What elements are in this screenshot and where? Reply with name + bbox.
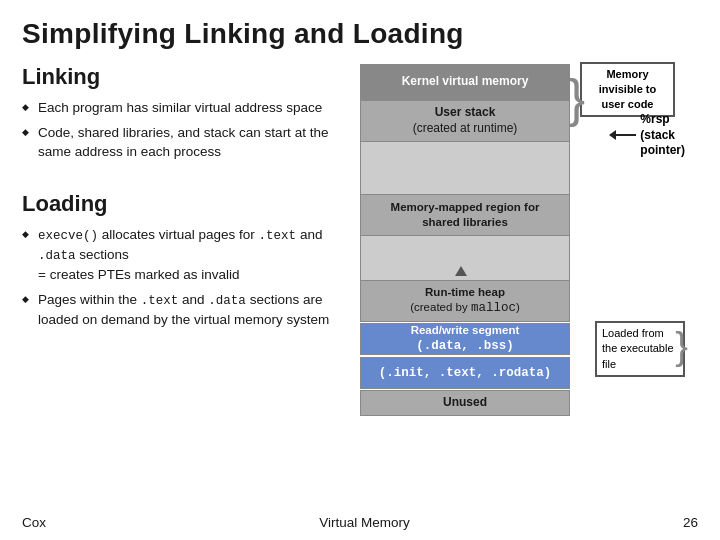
loaded-brace: }	[675, 325, 688, 368]
memory-diagram: Kernel virtual memory Memory invisible t…	[360, 64, 570, 416]
left-column: Linking Each program has similar virtual…	[22, 64, 332, 494]
mem-gap1-block	[360, 142, 570, 194]
footer-left: Cox	[22, 515, 46, 530]
footer: Cox Virtual Memory 26	[22, 515, 698, 530]
footer-center: Virtual Memory	[319, 515, 410, 530]
mem-kernel-block: Kernel virtual memory	[360, 64, 570, 100]
mem-unused-label: Unused	[443, 395, 487, 411]
mem-readonly-label: (.init, .text, .rodata)	[379, 365, 552, 381]
mem-unused-block: Unused	[360, 390, 570, 416]
loading-bullet-2: Pages within the .text and .data section…	[22, 290, 332, 330]
mem-mmap-block: Memory-mapped region forshared libraries	[360, 194, 570, 236]
mem-readwrite-block: Read/write segment(.data, .bss)	[360, 323, 570, 355]
mem-readwrite-label: Read/write segment(.data, .bss)	[411, 323, 520, 354]
mem-user-stack-label: User stack(created at runtime)	[413, 105, 518, 136]
footer-right: 26	[683, 515, 698, 530]
right-column: Kernel virtual memory Memory invisible t…	[350, 64, 698, 494]
main-content: Linking Each program has similar virtual…	[22, 64, 698, 494]
brace-icon: }	[568, 72, 585, 124]
slide-title: Simplifying Linking and Loading	[22, 18, 698, 50]
linking-bullet-2: Code, shared libraries, and stack can st…	[22, 123, 332, 162]
mem-mmap-label: Memory-mapped region forshared libraries	[391, 200, 540, 230]
memory-invisible-annotation: Memory invisible to user code	[580, 62, 675, 117]
loading-bullet-1: execve() allocates virtual pages for .te…	[22, 225, 332, 285]
mem-user-stack-block: User stack(created at runtime)	[360, 100, 570, 142]
loaded-annotation: Loaded from the executable file	[595, 321, 685, 377]
loading-heading: Loading	[22, 191, 332, 217]
mem-heap-block: Run-time heap(created by malloc)	[360, 280, 570, 322]
loading-bullets: execve() allocates virtual pages for .te…	[22, 225, 332, 330]
rsp-annotation: %rsp(stackpointer)	[616, 112, 685, 159]
heap-up-arrow	[455, 266, 467, 276]
mem-kernel-label: Kernel virtual memory	[402, 74, 529, 90]
loading-section: Loading execve() allocates virtual pages…	[22, 191, 332, 344]
mem-heap-label: Run-time heap(created by malloc)	[410, 285, 520, 316]
mem-readonly-block: (.init, .text, .rodata)	[360, 357, 570, 389]
linking-bullets: Each program has similar virtual address…	[22, 98, 332, 167]
slide: Simplifying Linking and Loading Linking …	[0, 0, 720, 540]
linking-heading: Linking	[22, 64, 332, 90]
linking-bullet-1: Each program has similar virtual address…	[22, 98, 332, 118]
